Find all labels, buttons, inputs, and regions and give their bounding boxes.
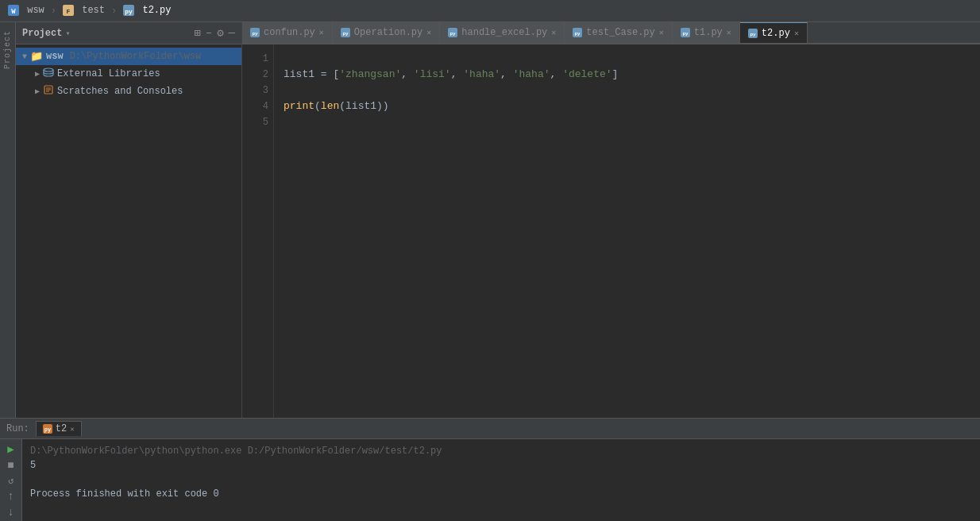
- scratches-label: Scratches and Consoles: [57, 86, 183, 97]
- code-content[interactable]: list1 = ['zhangsan', 'lisi', 'haha', 'ha…: [274, 44, 980, 418]
- run-stop-button[interactable]: ■: [3, 459, 19, 472]
- tab-label-t2: t2.py: [762, 28, 790, 39]
- code-line-1: [284, 51, 970, 67]
- run-command-line: D:\PythonWorkFolder\python\python.exe D:…: [30, 444, 972, 458]
- tab-t1[interactable]: py t1.py ✕: [673, 22, 740, 43]
- project-minimize-icon[interactable]: —: [229, 26, 235, 40]
- editor-area: py confun.py ✕ py Operation.py ✕ py hand…: [242, 22, 980, 418]
- project-layout-icon[interactable]: ⊞: [194, 26, 200, 40]
- tab-icon-handle-excel: py: [448, 28, 457, 37]
- title-bar: W wsw › F test › py t2.py: [0, 0, 980, 22]
- tree-item-wsw[interactable]: ▼ 📁 wsw D:\PythonWorkFolder\wsw: [16, 48, 241, 65]
- run-exit-line: Process finished with exit code 0: [30, 487, 972, 501]
- expand-arrow-icon: ▼: [22, 52, 27, 61]
- tab-label-test-case: test_Case.py: [586, 27, 654, 38]
- tree-item-scratches[interactable]: ▶ Scratches and Consoles: [16, 83, 241, 100]
- title-wsw: W wsw: [8, 5, 44, 16]
- db-icon: [43, 67, 54, 81]
- tab-label-t1: t1.py: [694, 27, 723, 38]
- folder-icon: 📁: [30, 50, 43, 63]
- tab-icon-t2: py: [748, 29, 758, 38]
- tab-handle-excel[interactable]: py handle_excel.py ✕: [440, 22, 565, 43]
- run-result-line: 5: [30, 458, 972, 473]
- svg-text:py: py: [750, 32, 756, 37]
- tab-t2[interactable]: py t2.py ✕: [740, 22, 808, 43]
- run-play-button[interactable]: ▶: [3, 442, 19, 456]
- svg-text:py: py: [125, 8, 133, 15]
- tab-close-t1[interactable]: ✕: [727, 28, 731, 37]
- tab-close-confun[interactable]: ✕: [319, 28, 324, 37]
- run-scroll-down-button[interactable]: ↓: [3, 506, 19, 519]
- expand-arrow-icon-libs: ▶: [35, 69, 40, 79]
- svg-point-6: [44, 68, 53, 71]
- bottom-panel: Run: py t2 ✕ ▶ ■ ↺ ↑ ↓ ≡ ⚙ D:\PythonWork…: [0, 418, 980, 521]
- run-tab-bar: Run: py t2 ✕: [0, 419, 980, 439]
- tab-label-confun: confun.py: [264, 27, 315, 38]
- run-output: D:\PythonWorkFolder\python\python.exe D:…: [22, 439, 980, 521]
- run-tab-label: t2: [56, 423, 67, 434]
- tab-close-handle-excel[interactable]: ✕: [551, 28, 556, 37]
- title-test: F test: [63, 5, 105, 16]
- project-collapse-icon[interactable]: –: [206, 26, 212, 40]
- project-dropdown-icon[interactable]: ▾: [65, 29, 70, 38]
- svg-text:py: py: [342, 31, 349, 37]
- code-line-3: [284, 83, 970, 98]
- run-toolbar: ▶ ■ ↺ ↑ ↓ ≡ ⚙: [0, 439, 22, 521]
- run-content-area: ▶ ■ ↺ ↑ ↓ ≡ ⚙ D:\PythonWorkFolder\python…: [0, 439, 980, 521]
- wsw-label: wsw: [46, 51, 64, 62]
- tree-item-external-libs[interactable]: ▶ External Libraries: [16, 65, 241, 83]
- tab-test-case[interactable]: py test_Case.py ✕: [565, 22, 672, 43]
- svg-text:py: py: [450, 31, 457, 37]
- code-line-5: [284, 114, 970, 130]
- tab-icon-confun: py: [250, 28, 260, 37]
- tab-label-handle-excel: handle_excel.py: [461, 27, 547, 38]
- project-panel: Project ▾ ⊞ – ⚙ — ▼ 📁 wsw D:\PythonWorkF…: [16, 22, 242, 418]
- code-line-4: print(len(list1)): [284, 98, 970, 114]
- tab-close-operation[interactable]: ✕: [426, 28, 431, 37]
- tab-close-t2[interactable]: ✕: [794, 29, 799, 38]
- external-libs-label: External Libraries: [57, 68, 160, 79]
- title-file: py t2.py: [123, 5, 171, 16]
- svg-text:W: W: [11, 8, 16, 16]
- svg-text:py: py: [575, 31, 581, 37]
- tab-confun[interactable]: py confun.py ✕: [242, 22, 333, 43]
- tab-icon-operation: py: [341, 28, 350, 37]
- svg-text:py: py: [252, 31, 258, 37]
- svg-text:F: F: [67, 8, 71, 15]
- run-blank-line: [30, 473, 972, 487]
- run-rerun-button[interactable]: ↺: [3, 475, 19, 487]
- run-scroll-up-button[interactable]: ↑: [3, 490, 19, 503]
- run-tab-close-icon[interactable]: ✕: [70, 425, 74, 434]
- tab-bar: py confun.py ✕ py Operation.py ✕ py hand…: [242, 22, 980, 44]
- project-tree: ▼ 📁 wsw D:\PythonWorkFolder\wsw ▶ Extern…: [16, 44, 241, 418]
- tab-icon-t1: py: [681, 28, 690, 37]
- run-tab-icon: py: [43, 424, 52, 434]
- code-editor[interactable]: 1 2 3 4 5 list1 = ['zhangsan', 'lisi', '…: [242, 44, 980, 418]
- project-header-actions: ⊞ – ⚙ —: [194, 26, 235, 40]
- scratches-icon: [43, 84, 54, 98]
- tab-label-operation: Operation.py: [354, 27, 422, 38]
- expand-arrow-icon-scratches: ▶: [35, 87, 40, 96]
- project-side-label[interactable]: Project: [3, 30, 12, 69]
- project-title: Project: [22, 28, 62, 39]
- svg-text:py: py: [44, 426, 52, 433]
- run-label: Run:: [6, 423, 29, 434]
- svg-text:py: py: [682, 31, 689, 37]
- code-line-2: list1 = ['zhangsan', 'lisi', 'haha', 'ha…: [284, 67, 970, 83]
- tab-close-test-case[interactable]: ✕: [659, 28, 664, 37]
- run-tab-t2[interactable]: py t2 ✕: [36, 421, 82, 436]
- main-layout: Project Project ▾ ⊞ – ⚙ — ▼ 📁 wsw D:\Pyt…: [0, 22, 980, 418]
- wsw-path: D:\PythonWorkFolder\wsw: [70, 51, 202, 62]
- tab-operation[interactable]: py Operation.py ✕: [333, 22, 440, 43]
- tab-icon-test-case: py: [573, 28, 582, 37]
- line-numbers: 1 2 3 4 5: [242, 44, 274, 418]
- left-strip: Project: [0, 22, 16, 418]
- project-settings-icon[interactable]: ⚙: [217, 26, 223, 40]
- project-header: Project ▾ ⊞ – ⚙ —: [16, 22, 241, 44]
